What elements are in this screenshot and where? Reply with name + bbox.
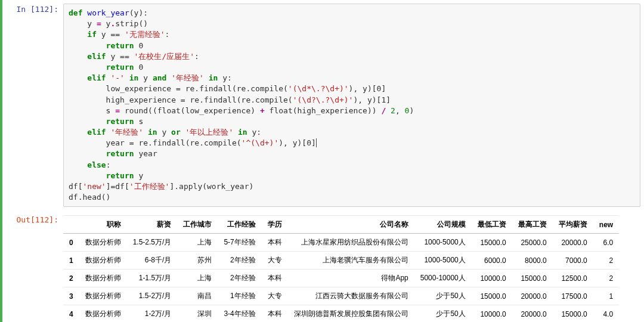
cell: 6-8千/月 bbox=[127, 252, 178, 270]
table-row: 0数据分析师1.5-2.5万/月上海5-7年经验本科上海水星家用纺织品股份有限公… bbox=[63, 234, 619, 252]
in-prompt: In [112]: bbox=[4, 2, 63, 208]
cell: 1-2万/月 bbox=[127, 305, 178, 322]
cell: 20000.0 bbox=[512, 305, 553, 322]
cell: 4.0 bbox=[593, 305, 619, 322]
cell: 少于50人 bbox=[414, 287, 472, 305]
col-header: 公司名称 bbox=[288, 216, 414, 234]
input-body: def work_year(y): y = y.strip() if y == … bbox=[63, 2, 644, 208]
row-index: 0 bbox=[63, 234, 79, 252]
cell: 1-1.5万/月 bbox=[127, 270, 178, 287]
cell: 2 bbox=[593, 270, 619, 287]
cell: 本科 bbox=[262, 305, 288, 322]
cell: 17500.0 bbox=[553, 287, 593, 305]
col-header: 工作经验 bbox=[218, 216, 261, 234]
cell: 1.5-2.5万/月 bbox=[127, 234, 178, 252]
table-head: 职称 薪资 工作城市 工作经验 学历 公司名称 公司规模 最低工资 最高工资 平… bbox=[63, 216, 619, 234]
cell: 深圳朗德普斯发展控股集团有限公司 bbox=[288, 305, 414, 322]
cell: 数据分析师 bbox=[79, 270, 127, 287]
col-header: 最高工资 bbox=[512, 216, 553, 234]
cell: 本科 bbox=[262, 270, 288, 287]
cell: 南昌 bbox=[177, 287, 218, 305]
table-body: 0数据分析师1.5-2.5万/月上海5-7年经验本科上海水星家用纺织品股份有限公… bbox=[63, 234, 619, 322]
col-header: 平均薪资 bbox=[553, 216, 593, 234]
cell: 6.0 bbox=[593, 234, 619, 252]
cell: 上海 bbox=[177, 234, 218, 252]
cell: 1 bbox=[593, 287, 619, 305]
cell: 数据分析师 bbox=[79, 287, 127, 305]
cell: 6000.0 bbox=[472, 252, 512, 270]
cell: 上海水星家用纺织品股份有限公司 bbox=[288, 234, 414, 252]
cell: 7000.0 bbox=[553, 252, 593, 270]
table-row: 2数据分析师1-1.5万/月上海2年经验本科得物App5000-10000人10… bbox=[63, 270, 619, 287]
cell: 15000.0 bbox=[472, 234, 512, 252]
cell: 江西云骑大数据服务有限公司 bbox=[288, 287, 414, 305]
row-index: 1 bbox=[63, 252, 79, 270]
cell: 上海 bbox=[177, 270, 218, 287]
table-row: 1数据分析师6-8千/月苏州2年经验大专上海老骥汽车服务有限公司1000-500… bbox=[63, 252, 619, 270]
row-index: 3 bbox=[63, 287, 79, 305]
dataframe-table: 职称 薪资 工作城市 工作经验 学历 公司名称 公司规模 最低工资 最高工资 平… bbox=[63, 215, 619, 322]
table-row: 3数据分析师1.5-2万/月南昌1年经验大专江西云骑大数据服务有限公司少于50人… bbox=[63, 287, 619, 305]
code-editor[interactable]: def work_year(y): y = y.strip() if y == … bbox=[63, 4, 640, 207]
code-content: def work_year(y): y = y.strip() if y == … bbox=[69, 8, 635, 203]
cell: 20000.0 bbox=[553, 234, 593, 252]
cell: 数据分析师 bbox=[79, 252, 127, 270]
cell: 15000.0 bbox=[472, 287, 512, 305]
table-row: 4数据分析师1-2万/月深圳3-4年经验本科深圳朗德普斯发展控股集团有限公司少于… bbox=[63, 305, 619, 322]
cell: 3-4年经验 bbox=[218, 305, 261, 322]
cell: 本科 bbox=[262, 234, 288, 252]
row-index: 4 bbox=[63, 305, 79, 322]
cell: 1000-5000人 bbox=[414, 252, 472, 270]
cell: 得物App bbox=[288, 270, 414, 287]
row-index: 2 bbox=[63, 270, 79, 287]
cell: 苏州 bbox=[177, 252, 218, 270]
cell: 上海老骥汽车服务有限公司 bbox=[288, 252, 414, 270]
cell: 15000.0 bbox=[553, 305, 593, 322]
out-prompt: Out[112]: bbox=[4, 213, 63, 322]
cell: 2 bbox=[593, 252, 619, 270]
cell: 深圳 bbox=[177, 305, 218, 322]
cell: 少于50人 bbox=[414, 305, 472, 322]
cell: 2年经验 bbox=[218, 252, 261, 270]
cell: 数据分析师 bbox=[79, 305, 127, 322]
index-header bbox=[63, 216, 79, 234]
cell: 2年经验 bbox=[218, 270, 261, 287]
col-header: 薪资 bbox=[127, 216, 178, 234]
cell: 15000.0 bbox=[512, 270, 553, 287]
cell: 25000.0 bbox=[512, 234, 553, 252]
cell: 数据分析师 bbox=[79, 234, 127, 252]
input-cell: In [112]: def work_year(y): y = y.strip(… bbox=[4, 0, 644, 210]
cell: 大专 bbox=[262, 252, 288, 270]
cell: 5-7年经验 bbox=[218, 234, 261, 252]
cell: 8000.0 bbox=[512, 252, 553, 270]
cell: 12500.0 bbox=[553, 270, 593, 287]
col-header: new bbox=[593, 216, 619, 234]
cell: 5000-10000人 bbox=[414, 270, 472, 287]
cell: 10000.0 bbox=[472, 270, 512, 287]
col-header: 公司规模 bbox=[414, 216, 472, 234]
cell: 10000.0 bbox=[472, 305, 512, 322]
cell: 1.5-2万/月 bbox=[127, 287, 178, 305]
cell: 1年经验 bbox=[218, 287, 261, 305]
cell: 大专 bbox=[262, 287, 288, 305]
output-cell: Out[112]: 职称 薪资 工作城市 工作经验 学历 公司名称 公司规模 最… bbox=[4, 210, 644, 322]
col-header: 学历 bbox=[262, 216, 288, 234]
cell: 1000-5000人 bbox=[414, 234, 472, 252]
col-header: 最低工资 bbox=[472, 216, 512, 234]
col-header: 工作城市 bbox=[177, 216, 218, 234]
col-header: 职称 bbox=[79, 216, 127, 234]
notebook: In [112]: def work_year(y): y = y.strip(… bbox=[0, 0, 644, 322]
cell: 20000.0 bbox=[512, 287, 553, 305]
output-body: 职称 薪资 工作城市 工作经验 学历 公司名称 公司规模 最低工资 最高工资 平… bbox=[63, 213, 644, 322]
